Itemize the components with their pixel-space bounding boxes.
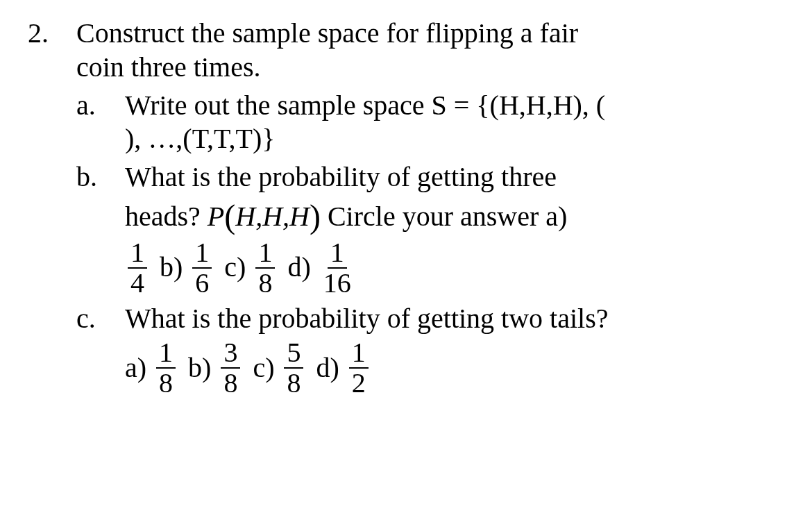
- frac-den: 16: [321, 269, 354, 298]
- frac-den: 4: [128, 269, 147, 298]
- part-c-opt-a-frac: 1 8: [156, 338, 176, 398]
- part-b-letter: b.: [76, 160, 125, 194]
- part-c-body: What is the probability of getting two t…: [125, 302, 784, 398]
- open-paren-icon: (: [224, 198, 235, 235]
- part-b-expr-P: P: [208, 201, 224, 232]
- part-a-letter: a.: [76, 89, 125, 123]
- part-b-opt-b-frac: 1 6: [192, 238, 212, 298]
- problem-body: Construct the sample space for flipping …: [76, 17, 784, 398]
- part-c-opt-c-frac: 5 8: [284, 338, 303, 398]
- part-c: c. What is the probability of getting tw…: [76, 302, 784, 398]
- frac-num: 1: [156, 338, 176, 369]
- part-b-opt-a-frac: 1 4: [128, 238, 147, 298]
- part-b-opt-d-frac: 1 16: [321, 238, 354, 298]
- page: 2. Construct the sample space for flippi…: [0, 0, 812, 414]
- part-a-line1: Write out the sample space S = {(H,H,H),…: [125, 89, 784, 123]
- part-b-opt-c-label: c): [224, 251, 246, 285]
- problem-stem-line1: Construct the sample space for flipping …: [76, 17, 784, 51]
- frac-num: 3: [221, 338, 240, 369]
- frac-den: 8: [284, 369, 303, 398]
- part-b-opt-d-label: d): [287, 251, 310, 285]
- part-c-opt-b-frac: 3 8: [221, 338, 240, 398]
- frac-den: 6: [192, 269, 212, 298]
- part-b-options: 1 4 b) 1 6 c) 1 8 d): [125, 238, 784, 298]
- frac-num: 1: [255, 238, 275, 269]
- part-b-line1: What is the probability of getting three: [125, 160, 784, 194]
- part-b-line2: heads? P(H,H,H) Circle your answer a): [125, 194, 784, 235]
- part-c-line1: What is the probability of getting two t…: [125, 302, 784, 336]
- frac-den: 2: [349, 369, 369, 398]
- part-c-options: a) 1 8 b) 3 8 c) 5 8: [125, 338, 784, 398]
- problem-stem-line2: coin three times.: [76, 51, 784, 85]
- part-c-letter: c.: [76, 302, 125, 336]
- frac-den: 8: [221, 369, 240, 398]
- part-b-expr-args: H,H,H: [235, 201, 310, 232]
- frac-num: 1: [328, 238, 347, 269]
- part-a-body: Write out the sample space S = {(H,H,H),…: [125, 89, 784, 157]
- frac-num: 1: [128, 238, 147, 269]
- problem-2: 2. Construct the sample space for flippi…: [28, 17, 784, 398]
- part-b-line2-prefix: heads?: [125, 201, 208, 232]
- part-c-opt-b-label: b): [188, 351, 211, 385]
- part-c-opt-a-label: a): [125, 351, 146, 385]
- frac-num: 1: [349, 338, 369, 369]
- frac-den: 8: [156, 369, 176, 398]
- part-a-line2: ), …,(T,T,T)}: [125, 122, 784, 156]
- part-c-opt-d-frac: 1 2: [349, 338, 369, 398]
- part-b-line2-suffix: Circle your answer a): [321, 201, 567, 232]
- frac-num: 5: [284, 338, 303, 369]
- frac-num: 1: [192, 238, 212, 269]
- frac-den: 8: [255, 269, 275, 298]
- problem-number: 2.: [28, 17, 76, 51]
- part-b-opt-b-label: b): [160, 251, 183, 285]
- part-c-opt-c-label: c): [253, 351, 274, 385]
- part-a: a. Write out the sample space S = {(H,H,…: [76, 89, 784, 157]
- part-b-opt-c-frac: 1 8: [255, 238, 275, 298]
- close-paren-icon: ): [310, 198, 321, 235]
- part-c-opt-d-label: d): [316, 351, 339, 385]
- part-b-body: What is the probability of getting three…: [125, 160, 784, 297]
- part-b: b. What is the probability of getting th…: [76, 160, 784, 297]
